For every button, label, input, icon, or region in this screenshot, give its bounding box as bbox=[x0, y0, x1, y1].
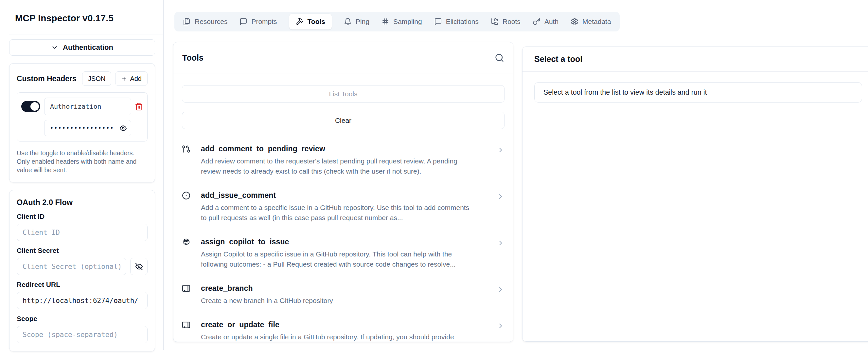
gear-icon bbox=[570, 18, 579, 26]
client-id-label: Client ID bbox=[17, 213, 148, 220]
search-icon[interactable] bbox=[495, 53, 504, 62]
tab-roots[interactable]: Roots bbox=[491, 14, 521, 29]
tab-label: Sampling bbox=[393, 18, 422, 26]
copilot-icon bbox=[182, 238, 190, 246]
tool-list: add_comment_to_pending_reviewAdd review … bbox=[182, 144, 504, 342]
eye-icon[interactable] bbox=[119, 125, 127, 132]
chevron-right-icon bbox=[497, 193, 504, 200]
files-icon bbox=[183, 18, 191, 26]
scope-label: Scope bbox=[17, 315, 148, 323]
chevron-right-icon bbox=[497, 146, 504, 154]
authentication-collapse-button[interactable]: Authentication bbox=[9, 39, 155, 56]
tool-description: Add review comment to the requester's la… bbox=[201, 156, 476, 176]
tab-label: Resources bbox=[195, 18, 227, 26]
hammer-icon bbox=[296, 18, 304, 26]
key-icon bbox=[533, 18, 540, 26]
tab-label: Elicitations bbox=[446, 18, 479, 26]
tab-label: Roots bbox=[502, 18, 521, 26]
tool-name: create_or_update_file bbox=[201, 320, 454, 329]
header-name-input[interactable] bbox=[44, 98, 131, 115]
tab-prompts[interactable]: Prompts bbox=[240, 14, 277, 29]
clear-button[interactable]: Clear bbox=[182, 112, 504, 129]
json-button[interactable]: JSON bbox=[82, 72, 111, 86]
scope-input[interactable] bbox=[17, 326, 148, 343]
header-row bbox=[17, 92, 148, 141]
tab-bar: ResourcesPromptsToolsPingSamplingElicita… bbox=[175, 12, 620, 31]
tab-label: Metadata bbox=[582, 18, 611, 26]
tool-description: Create a new branch in a GitHub reposito… bbox=[201, 296, 333, 306]
tool-list-item[interactable]: add_comment_to_pending_reviewAdd review … bbox=[182, 144, 504, 176]
authentication-label: Authentication bbox=[63, 43, 113, 52]
book-icon bbox=[182, 321, 190, 329]
header-enabled-toggle[interactable] bbox=[21, 101, 40, 112]
tab-label: Auth bbox=[545, 18, 558, 26]
trash-icon[interactable] bbox=[135, 103, 143, 111]
tab-label: Tools bbox=[308, 18, 325, 26]
tab-resources[interactable]: Resources bbox=[183, 14, 227, 29]
tool-list-item[interactable]: assign_copilot_to_issueAssign Copilot to… bbox=[182, 238, 504, 269]
tab-metadata[interactable]: Metadata bbox=[570, 14, 611, 29]
chevron-right-icon bbox=[497, 322, 504, 330]
client-secret-label: Client Secret bbox=[17, 247, 148, 254]
tool-details-panel: Select a tool Select a tool from the lis… bbox=[522, 47, 868, 341]
tab-label: Prompts bbox=[251, 18, 277, 26]
tab-tools[interactable]: Tools bbox=[289, 14, 332, 29]
oauth-title: OAuth 2.0 Flow bbox=[17, 198, 148, 207]
tool-list-item[interactable]: create_or_update_fileCreate or update a … bbox=[182, 320, 504, 342]
circle-dot-icon bbox=[182, 191, 190, 200]
redirect-url-label: Redirect URL bbox=[17, 281, 148, 288]
tab-ping[interactable]: Ping bbox=[344, 14, 369, 29]
oauth-card: OAuth 2.0 Flow Client ID Client Secret R… bbox=[9, 190, 155, 352]
tool-description: Add a comment to a specific issue in a G… bbox=[201, 202, 476, 223]
add-header-label: Add bbox=[130, 75, 142, 83]
tab-sampling[interactable]: Sampling bbox=[381, 14, 422, 29]
bell-icon bbox=[344, 18, 352, 26]
tools-panel: Tools List Tools Clear add_comment_to_pe… bbox=[173, 42, 513, 342]
tab-elicitations[interactable]: Elicitations bbox=[434, 14, 479, 29]
tab-auth[interactable]: Auth bbox=[533, 14, 558, 29]
header-value-input[interactable] bbox=[44, 120, 131, 136]
sidebar-divider bbox=[9, 34, 163, 34]
custom-headers-card: Custom Headers JSON Add bbox=[9, 63, 155, 183]
sidebar-content-divider bbox=[163, 0, 164, 350]
tools-panel-title: Tools bbox=[182, 53, 204, 62]
tool-list-item[interactable]: create_branchCreate a new branch in a Gi… bbox=[182, 284, 504, 306]
plus-icon bbox=[121, 76, 127, 82]
client-id-input[interactable] bbox=[17, 224, 148, 241]
book-icon bbox=[182, 284, 190, 293]
list-tools-button[interactable]: List Tools bbox=[182, 85, 504, 103]
eye-off-icon[interactable] bbox=[130, 258, 148, 275]
tool-description: Create or update a single file in a GitH… bbox=[201, 332, 454, 342]
hash-icon bbox=[381, 18, 389, 26]
git-pull-request-icon bbox=[182, 145, 190, 153]
tab-label: Ping bbox=[355, 18, 369, 26]
message-square-icon bbox=[240, 18, 247, 26]
tool-description: Assign Copilot to a specific issue in a … bbox=[201, 249, 476, 269]
message-square-icon bbox=[434, 18, 442, 26]
chevron-right-icon bbox=[497, 285, 504, 294]
tool-name: assign_copilot_to_issue bbox=[201, 238, 476, 246]
chevron-right-icon bbox=[497, 239, 504, 247]
folder-tree-icon bbox=[491, 18, 499, 26]
chevron-down-icon bbox=[51, 44, 58, 51]
empty-state-message: Select a tool from the list to view its … bbox=[534, 82, 862, 103]
headers-helper-text: Use the toggle to enable/disable headers… bbox=[17, 149, 148, 174]
tool-name: create_branch bbox=[201, 284, 333, 293]
details-panel-title: Select a tool bbox=[534, 54, 582, 64]
app-title: MCP Inspector v0.17.5 bbox=[15, 13, 155, 24]
sidebar: MCP Inspector v0.17.5 Authentication Cus… bbox=[9, 0, 155, 352]
tool-name: add_issue_comment bbox=[201, 191, 476, 200]
client-secret-input[interactable] bbox=[17, 258, 126, 275]
custom-headers-title: Custom Headers bbox=[17, 74, 76, 83]
json-button-label: JSON bbox=[88, 75, 105, 83]
tool-name: add_comment_to_pending_review bbox=[201, 144, 476, 153]
add-header-button[interactable]: Add bbox=[115, 72, 148, 86]
tool-list-item[interactable]: add_issue_commentAdd a comment to a spec… bbox=[182, 191, 504, 223]
redirect-url-input[interactable] bbox=[17, 292, 148, 309]
